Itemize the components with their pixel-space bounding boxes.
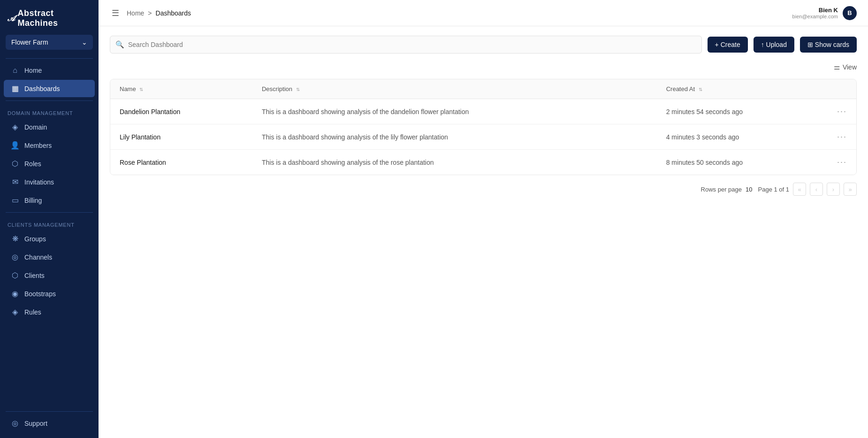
sidebar-item-members-label: Members bbox=[24, 142, 52, 149]
topbar: ☰ Home > Dashboards Bien K bien@example.… bbox=[99, 0, 868, 26]
sidebar-item-rules-label: Rules bbox=[24, 308, 41, 316]
invitations-icon: ✉ bbox=[10, 177, 20, 186]
divider-domain bbox=[6, 100, 93, 101]
cell-desc-1: This is a dashboard showing analysis of … bbox=[252, 124, 657, 150]
page-info: Page 1 of 1 « ‹ › » bbox=[758, 183, 857, 196]
breadcrumb: Home > Dashboards bbox=[127, 9, 787, 17]
show-cards-button[interactable]: ⊞ Show cards bbox=[800, 37, 857, 53]
cell-time-2: 8 minutes 50 seconds ago bbox=[657, 150, 828, 175]
clients-icon: ⬡ bbox=[10, 271, 20, 280]
breadcrumb-sep: > bbox=[148, 9, 152, 17]
sidebar-item-bootstraps-label: Bootstraps bbox=[24, 290, 56, 298]
show-cards-label: ⊞ Show cards bbox=[807, 41, 849, 48]
rows-per-page-label: Rows per page bbox=[701, 186, 742, 193]
sidebar-item-support[interactable]: ◎ Support bbox=[4, 415, 95, 432]
avatar[interactable]: B bbox=[843, 6, 857, 20]
sidebar-item-members[interactable]: 👤 Members bbox=[4, 137, 95, 154]
upload-label: ↑ Upload bbox=[761, 41, 787, 48]
sidebar-item-domain[interactable]: ◈ Domain bbox=[4, 118, 95, 136]
rules-icon: ◈ bbox=[10, 307, 20, 316]
content-area: 🔍 + Create ↑ Upload ⊞ Show cards ⚌ View bbox=[99, 26, 868, 438]
main-area: ☰ Home > Dashboards Bien K bien@example.… bbox=[99, 0, 868, 438]
search-input[interactable] bbox=[110, 36, 702, 54]
sidebar-toggle-icon[interactable]: ☰ bbox=[110, 6, 121, 20]
first-page-button[interactable]: « bbox=[793, 183, 806, 196]
divider-top bbox=[6, 58, 93, 59]
last-page-button[interactable]: » bbox=[844, 183, 857, 196]
sidebar-item-rules[interactable]: ◈ Rules bbox=[4, 303, 95, 321]
sidebar-item-dashboards[interactable]: ▦ Dashboards bbox=[4, 80, 95, 97]
view-label[interactable]: View bbox=[843, 63, 857, 71]
table-row[interactable]: Lily Plantation This is a dashboard show… bbox=[110, 124, 856, 150]
upload-button[interactable]: ↑ Upload bbox=[754, 37, 794, 53]
row-actions-1[interactable]: ··· bbox=[828, 124, 856, 150]
divider-clients bbox=[6, 212, 93, 213]
user-info: Bien K bien@example.com bbox=[792, 7, 838, 19]
rows-per-page-value: 10 bbox=[746, 186, 752, 193]
sidebar-item-home[interactable]: ⌂ Home bbox=[4, 62, 95, 79]
sidebar-item-roles[interactable]: ⬡ Roles bbox=[4, 155, 95, 172]
user-name: Bien K bbox=[792, 7, 838, 14]
app-logo: 𝒜 Abstract Machines bbox=[0, 0, 99, 35]
domain-section-label: Domain Management bbox=[0, 104, 99, 118]
next-page-button[interactable]: › bbox=[827, 183, 840, 196]
search-icon: 🔍 bbox=[115, 40, 124, 49]
view-filter-row[interactable]: ⚌ View bbox=[110, 63, 857, 71]
chevron-down-icon: ⌄ bbox=[82, 38, 87, 46]
breadcrumb-home[interactable]: Home bbox=[127, 9, 144, 17]
create-label: + Create bbox=[715, 41, 740, 48]
sidebar-item-groups-label: Groups bbox=[24, 235, 46, 243]
divider-bottom bbox=[6, 411, 93, 412]
sidebar-item-domain-label: Domain bbox=[24, 123, 47, 131]
filter-icon: ⚌ bbox=[834, 63, 840, 71]
search-wrapper: 🔍 bbox=[110, 36, 702, 54]
sidebar-item-roles-label: Roles bbox=[24, 160, 41, 168]
prev-page-button[interactable]: ‹ bbox=[810, 183, 823, 196]
sidebar-support-label: Support bbox=[24, 420, 47, 427]
billing-icon: ▭ bbox=[10, 196, 20, 205]
col-name[interactable]: Name ⇅ bbox=[110, 79, 252, 99]
create-button[interactable]: + Create bbox=[708, 37, 748, 53]
sidebar-item-invitations[interactable]: ✉ Invitations bbox=[4, 173, 95, 191]
sidebar-item-billing-label: Billing bbox=[24, 197, 42, 204]
table: Name ⇅ Description ⇅ Created At ⇅ bbox=[110, 79, 856, 175]
sidebar-item-billing[interactable]: ▭ Billing bbox=[4, 192, 95, 209]
cell-time-1: 4 minutes 3 seconds ago bbox=[657, 124, 828, 150]
sidebar-item-clients[interactable]: ⬡ Clients bbox=[4, 267, 95, 284]
clients-section-label: Clients Management bbox=[0, 215, 99, 230]
row-actions-0[interactable]: ··· bbox=[828, 99, 856, 124]
sidebar-item-bootstraps[interactable]: ◉ Bootstraps bbox=[4, 285, 95, 302]
sort-name-icon: ⇅ bbox=[139, 87, 143, 92]
home-icon: ⌂ bbox=[10, 66, 20, 75]
cell-desc-2: This is a dashboard showing analysis of … bbox=[252, 150, 657, 175]
cell-name-0: Dandelion Plantation bbox=[110, 99, 252, 124]
groups-icon: ❋ bbox=[10, 234, 20, 243]
sidebar-item-invitations-label: Invitations bbox=[24, 178, 54, 186]
sort-date-icon: ⇅ bbox=[699, 87, 702, 92]
sidebar-item-groups[interactable]: ❋ Groups bbox=[4, 230, 95, 247]
sort-desc-icon: ⇅ bbox=[296, 87, 300, 92]
sidebar-item-channels[interactable]: ◎ Channels bbox=[4, 248, 95, 266]
bootstraps-icon: ◉ bbox=[10, 289, 20, 298]
workspace-name: Flower Farm bbox=[11, 38, 48, 46]
sidebar-bottom: ◎ Support bbox=[0, 403, 99, 438]
cell-desc-0: This is a dashboard showing analysis of … bbox=[252, 99, 657, 124]
user-profile[interactable]: Bien K bien@example.com B bbox=[792, 6, 857, 20]
table-row[interactable]: Rose Plantation This is a dashboard show… bbox=[110, 150, 856, 175]
user-email: bien@example.com bbox=[792, 14, 838, 19]
pagination: Rows per page 10 Page 1 of 1 « ‹ › » bbox=[110, 183, 857, 196]
col-created-at[interactable]: Created At ⇅ bbox=[657, 79, 828, 99]
rows-per-page: Rows per page 10 bbox=[701, 186, 753, 193]
dashboard-table: Name ⇅ Description ⇅ Created At ⇅ bbox=[110, 79, 857, 175]
row-actions-2[interactable]: ··· bbox=[828, 150, 856, 175]
cell-name-1: Lily Plantation bbox=[110, 124, 252, 150]
members-icon: 👤 bbox=[10, 141, 20, 150]
sidebar-item-home-label: Home bbox=[24, 67, 42, 74]
channels-icon: ◎ bbox=[10, 253, 20, 261]
cell-name-2: Rose Plantation bbox=[110, 150, 252, 175]
action-bar: 🔍 + Create ↑ Upload ⊞ Show cards bbox=[110, 36, 857, 54]
col-description[interactable]: Description ⇅ bbox=[252, 79, 657, 99]
logo-icon: 𝒜 bbox=[8, 14, 15, 23]
table-row[interactable]: Dandelion Plantation This is a dashboard… bbox=[110, 99, 856, 124]
workspace-selector[interactable]: Flower Farm ⌄ bbox=[6, 35, 93, 50]
